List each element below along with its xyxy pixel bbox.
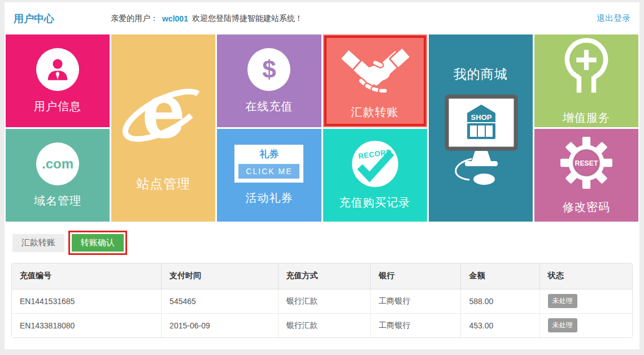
svg-text:RESET: RESET xyxy=(575,159,598,167)
cell-recharge-id: EN1441531685 xyxy=(12,289,162,313)
dotcom-icon: .com xyxy=(36,142,79,185)
cell-recharge-method: 银行汇款 xyxy=(278,289,371,313)
shop-monitor-icon: SHOP xyxy=(436,93,526,191)
tab-transfer-confirm[interactable]: 转账确认 xyxy=(72,234,124,252)
tile-label: 用户信息 xyxy=(34,99,81,114)
tile-grid: 用户信息 e 站点管理 $ 在线充值 xyxy=(6,34,638,222)
col-header-amount: 金额 xyxy=(461,263,539,289)
col-header-recharge-method: 充值方式 xyxy=(278,263,371,289)
username-link[interactable]: wcl001 xyxy=(162,14,188,23)
table-row: EN1433818080 2015-06-09 银行汇款 工商银行 453.00… xyxy=(12,313,632,337)
cell-pay-time: 545465 xyxy=(162,289,278,313)
table-header-row: 充值编号 支付时间 充值方式 银行 金额 状态 xyxy=(12,263,632,289)
svg-text:e: e xyxy=(142,67,185,154)
tab-highlight-box: 转账确认 xyxy=(68,231,127,255)
col-header-recharge-id: 充值编号 xyxy=(12,263,162,289)
tile-label: 活动礼券 xyxy=(245,191,293,206)
tile-label: 汇款转账 xyxy=(351,105,399,120)
cell-amount: 453.00 xyxy=(461,313,539,337)
logout-link[interactable]: 退出登录 xyxy=(597,13,630,24)
gear-reset-icon: RESET xyxy=(560,136,613,192)
tile-label: 域名管理 xyxy=(34,193,81,209)
transfer-table: 充值编号 支付时间 充值方式 银行 金额 状态 EN1441531685 545… xyxy=(12,263,632,337)
transfer-table-card: 充值编号 支付时间 充值方式 银行 金额 状态 EN1441531685 545… xyxy=(11,263,633,338)
coupon-title: 礼券 xyxy=(234,145,303,164)
tile-label: 我的商城 xyxy=(454,66,508,83)
col-header-bank: 银行 xyxy=(371,263,461,289)
page-title: 用户中心 xyxy=(14,12,54,25)
person-icon xyxy=(36,48,79,91)
tile-value-added-services[interactable]: 增值服务 xyxy=(534,34,638,127)
tile-user-info[interactable]: 用户信息 xyxy=(6,34,110,127)
tile-change-password[interactable]: RESET 修改密码 xyxy=(534,129,638,222)
col-header-status: 状态 xyxy=(539,263,632,289)
cell-recharge-method: 银行汇款 xyxy=(278,313,371,337)
cell-recharge-id: EN1433818080 xyxy=(12,313,162,337)
tile-label: 修改密码 xyxy=(563,200,610,215)
status-badge: 未处理 xyxy=(548,318,577,332)
cell-bank: 工商银行 xyxy=(371,313,461,337)
tile-remittance-transfer[interactable]: 汇款转账 xyxy=(323,34,427,127)
tab-remittance-transfer[interactable]: 汇款转账 xyxy=(12,234,64,252)
header-bar: 用户中心 亲爱的用户： wcl001 欢迎您登陆博捷智能建站系统！ 退出登录 xyxy=(5,2,639,34)
tile-recharge-records[interactable]: RECORD 充值购买记录 xyxy=(323,129,427,222)
greeting: 亲爱的用户： wcl001 欢迎您登陆博捷智能建站系统！ xyxy=(111,14,303,24)
record-check-icon: RECORD xyxy=(352,141,398,187)
coupon-click-me-button[interactable]: CLICK ME xyxy=(238,164,299,179)
tile-site-management[interactable]: e 站点管理 xyxy=(111,34,215,222)
tile-my-mall[interactable]: 我的商城 SHOP xyxy=(429,34,533,222)
tile-label: 增值服务 xyxy=(563,110,610,125)
table-row: EN1441531685 545465 银行汇款 工商银行 588.00 未处理 xyxy=(12,289,632,313)
handshake-icon xyxy=(338,42,412,97)
cell-status: 未处理 xyxy=(539,313,632,337)
ie-browser-icon: e xyxy=(119,63,207,167)
tile-activity-coupon[interactable]: 礼券 CLICK ME 活动礼券 xyxy=(217,129,321,222)
col-header-pay-time: 支付时间 xyxy=(162,263,278,289)
tab-bar: 汇款转账 转账确认 xyxy=(5,222,639,262)
bulb-plus-icon xyxy=(557,37,616,102)
cell-status: 未处理 xyxy=(539,289,632,313)
status-badge: 未处理 xyxy=(548,294,577,308)
tile-label: 在线充值 xyxy=(245,99,293,114)
tile-domain-management[interactable]: .com 域名管理 xyxy=(6,129,110,222)
tile-online-recharge[interactable]: $ 在线充值 xyxy=(217,34,321,127)
cell-pay-time: 2015-06-09 xyxy=(162,313,278,337)
greeting-suffix: 欢迎您登陆博捷智能建站系统！ xyxy=(192,14,303,24)
main-panel: 用户中心 亲爱的用户： wcl001 欢迎您登陆博捷智能建站系统！ 退出登录 用… xyxy=(5,2,639,349)
cell-amount: 588.00 xyxy=(461,289,539,313)
svg-text:SHOP: SHOP xyxy=(471,113,491,122)
tile-label: 充值购买记录 xyxy=(340,195,411,210)
cell-bank: 工商银行 xyxy=(371,289,461,313)
tile-label: 站点管理 xyxy=(136,175,190,193)
dollar-icon: $ xyxy=(247,48,290,91)
coupon-icon: 礼券 CLICK ME xyxy=(234,145,303,183)
greeting-prefix: 亲爱的用户： xyxy=(111,14,158,24)
